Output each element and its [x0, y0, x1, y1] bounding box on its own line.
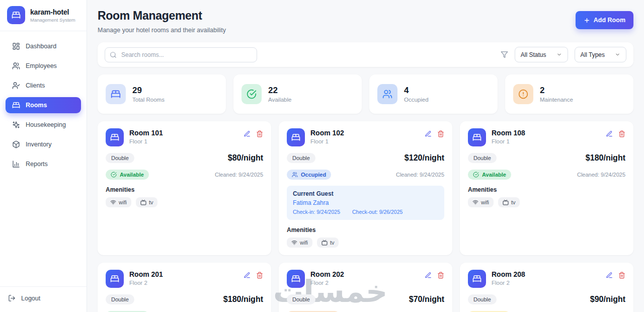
amenity-badge: wifi [468, 197, 494, 207]
add-room-button[interactable]: Add Room [576, 11, 633, 29]
room-floor: Floor 2 [310, 280, 344, 286]
type-filter-select[interactable]: All Types [575, 47, 626, 62]
delete-room-button[interactable] [618, 130, 625, 137]
pencil-icon [425, 272, 432, 279]
room-bed-icon [287, 270, 305, 288]
room-status-badge: Occupied [287, 170, 331, 180]
sidebar-item-label: Inventory [26, 141, 51, 148]
room-name: Room 202 [310, 270, 344, 278]
brand-name: karam-hotel [30, 8, 75, 16]
logout-icon [8, 294, 16, 302]
status-filter-select[interactable]: All Status [515, 47, 568, 62]
sidebar-item-label: Housekeeping [26, 121, 66, 128]
room-floor: Floor 2 [492, 280, 525, 286]
user-check-icon [12, 82, 20, 90]
edit-room-button[interactable] [244, 272, 251, 279]
tv-icon [321, 240, 328, 246]
stat-label: Maintenance [540, 97, 573, 103]
add-room-label: Add Room [594, 17, 625, 24]
stat-card: 22 Available [233, 74, 362, 114]
room-type-badge: Double [106, 153, 134, 163]
check-circle-icon [111, 172, 117, 178]
room-name: Room 101 [129, 129, 163, 137]
room-name: Room 201 [129, 270, 163, 278]
pencil-icon [606, 272, 613, 279]
chart-icon [12, 160, 20, 168]
alert-circle-icon [513, 84, 533, 104]
status-filter-value: All Status [521, 51, 546, 58]
logout-button[interactable]: Logout [0, 286, 87, 312]
room-price: $70/night [409, 295, 444, 304]
users-icon [12, 62, 20, 70]
delete-room-button[interactable] [618, 272, 625, 279]
room-card: Room 108 Floor 1 Double $180/night Avail… [460, 121, 633, 255]
stat-card: 2 Maintenance [505, 74, 633, 114]
cleaned-date: Cleaned: 9/24/2025 [396, 172, 444, 178]
room-name: Room 108 [492, 129, 525, 137]
sidebar-item-inventory[interactable]: Inventory [6, 136, 81, 152]
edit-room-button[interactable] [425, 272, 432, 279]
room-bed-icon [106, 128, 124, 146]
amenity-badge: tv [317, 238, 339, 248]
amenity-badge: wifi [287, 238, 312, 248]
sidebar-item-label: Dashboard [26, 43, 56, 50]
amenities-row: wifi tv [106, 197, 263, 207]
room-card: Room 208 Floor 2 Double $90/night Cleani… [460, 263, 633, 312]
room-card: Room 201 Floor 2 Double $180/night Avail… [98, 263, 271, 312]
app-logo-bed-icon [7, 6, 25, 24]
chevron-down-icon [556, 52, 562, 57]
sidebar-item-rooms[interactable]: Rooms [6, 97, 81, 113]
sidebar-item-reports[interactable]: Reports [6, 156, 81, 172]
trash-icon [256, 130, 263, 137]
search-icon [110, 51, 117, 58]
amenity-badge: tv [498, 197, 520, 207]
cleaned-date: Cleaned: 9/24/2025 [215, 172, 263, 178]
guest-box-title: Current Guest [293, 190, 438, 197]
stat-value: 22 [268, 86, 291, 96]
sidebar-item-label: Reports [26, 161, 48, 168]
sidebar-item-label: Clients [26, 82, 45, 89]
search-input[interactable] [105, 47, 257, 62]
guest-name: Fatima Zahra [293, 199, 438, 206]
delete-room-button[interactable] [437, 130, 444, 137]
sidebar-item-employees[interactable]: Employees [6, 58, 81, 74]
edit-room-button[interactable] [606, 272, 613, 279]
delete-room-button[interactable] [437, 272, 444, 279]
bed-icon [106, 84, 126, 104]
pencil-icon [606, 130, 613, 137]
room-floor: Floor 1 [492, 138, 525, 144]
sidebar-item-housekeeping[interactable]: Housekeeping [6, 117, 81, 133]
current-guest-box: Current Guest Fatima Zahra Check-in: 9/2… [287, 186, 444, 220]
room-card: Room 101 Floor 1 Double $80/night Availa… [98, 121, 271, 255]
users-icon [292, 172, 298, 178]
chevron-down-icon [615, 52, 620, 57]
room-type-badge: Double [468, 153, 497, 163]
delete-room-button[interactable] [256, 130, 263, 137]
stat-label: Available [268, 97, 291, 103]
room-floor: Floor 1 [310, 138, 344, 144]
trash-icon [618, 130, 625, 137]
stat-label: Total Rooms [132, 97, 165, 103]
sidebar: karam-hotel Management System Dashboard … [0, 0, 87, 312]
page-subtitle: Manage your hotel rooms and their availa… [98, 27, 226, 34]
room-price: $180/night [223, 295, 263, 304]
tv-icon [140, 199, 146, 205]
edit-room-button[interactable] [244, 130, 251, 137]
amenities-row: wifi tv [468, 197, 625, 207]
sidebar-item-clients[interactable]: Clients [6, 77, 81, 94]
delete-room-button[interactable] [256, 272, 263, 279]
type-filter-value: All Types [581, 51, 605, 58]
brand: karam-hotel Management System [0, 0, 87, 31]
package-icon [12, 140, 20, 148]
pencil-icon [244, 130, 251, 137]
room-card: Room 202 Floor 2 Double $70/night Mainte… [279, 263, 452, 312]
trash-icon [256, 272, 263, 279]
pencil-icon [425, 130, 432, 137]
room-type-badge: Double [287, 153, 315, 163]
edit-room-button[interactable] [425, 130, 432, 137]
edit-room-button[interactable] [606, 130, 613, 137]
check-circle-icon [242, 84, 262, 104]
sidebar-item-dashboard[interactable]: Dashboard [6, 38, 81, 54]
room-floor: Floor 2 [129, 280, 163, 286]
stat-card: 4 Occupied [369, 74, 498, 114]
